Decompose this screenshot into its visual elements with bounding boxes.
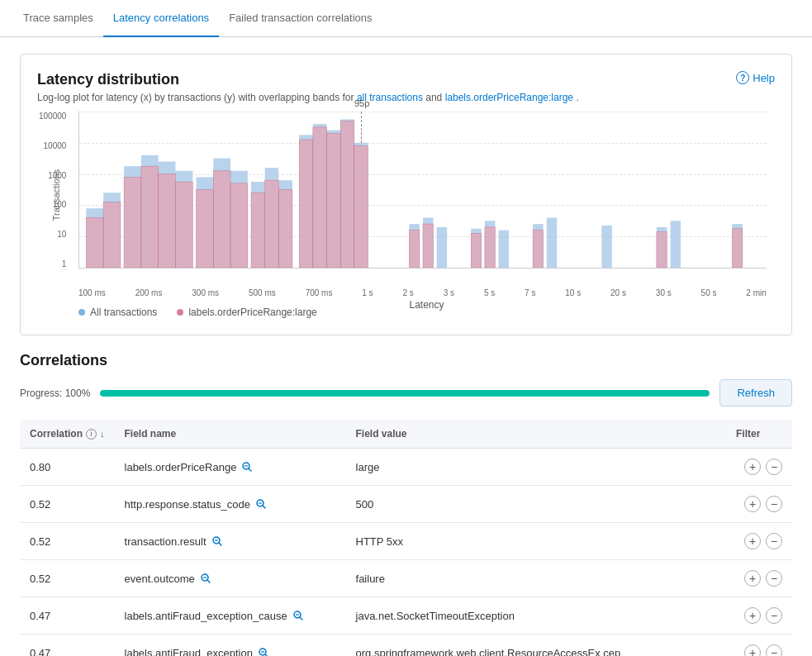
svg-rect-44 xyxy=(340,121,354,268)
tab-failed-transaction-correlations[interactable]: Failed transaction correlations xyxy=(219,0,382,37)
latency-distribution-section: Latency distribution ? Help Log-log plot… xyxy=(20,54,792,335)
svg-rect-33 xyxy=(159,174,176,268)
correlation-value-6: 0.47 xyxy=(20,635,115,657)
help-label: Help xyxy=(753,72,775,84)
y-label-100000: 100000 xyxy=(39,112,66,121)
field-search-icon-3[interactable] xyxy=(211,535,225,548)
field-search-icon-1[interactable] xyxy=(241,460,254,473)
x-label-50s: 50 s xyxy=(701,288,717,297)
correlation-value-1: 0.80 xyxy=(20,449,115,486)
table-row: 0.52 http.response.status_code xyxy=(20,486,792,523)
th-correlation: Correlation i ↓ xyxy=(20,420,115,449)
table-row: 0.52 transaction.result xyxy=(20,523,792,560)
field-value-3: HTTP 5xx xyxy=(346,523,726,560)
refresh-button[interactable]: Refresh xyxy=(719,379,792,406)
svg-rect-35 xyxy=(196,190,213,269)
correlation-info-icon[interactable]: i xyxy=(86,429,97,440)
svg-rect-30 xyxy=(103,202,121,268)
tabs-bar: Trace samples Latency correlations Faile… xyxy=(0,0,812,37)
field-value-4: failure xyxy=(346,560,726,597)
chart-container: 100000 10000 1000 100 10 1 Transactions xyxy=(37,112,775,293)
field-name-1: labels.orderPriceRange xyxy=(115,449,346,486)
correlation-value-2: 0.52 xyxy=(20,486,115,523)
filter-cell-4: + − xyxy=(726,560,792,597)
table-row: 0.52 event.outcome xyxy=(20,560,792,597)
x-label-200ms: 200 ms xyxy=(135,288,163,297)
tab-latency-correlations[interactable]: Latency correlations xyxy=(103,0,219,37)
help-link[interactable]: ? Help xyxy=(736,71,775,84)
svg-rect-40 xyxy=(278,190,292,269)
y-label-1: 1 xyxy=(62,259,67,269)
filter-cell-3: + − xyxy=(726,523,792,560)
section-title: Latency distribution xyxy=(37,71,179,88)
sort-icon[interactable]: ↓ xyxy=(100,429,105,439)
correlation-value-3: 0.52 xyxy=(20,523,115,560)
th-field-name: Field name xyxy=(115,420,346,449)
correlation-value-4: 0.52 xyxy=(20,560,115,597)
filter-cell-5: + − xyxy=(726,597,792,635)
svg-rect-38 xyxy=(251,193,265,268)
field-search-icon-6[interactable] xyxy=(258,646,271,656)
svg-rect-22 xyxy=(499,231,509,268)
y-axis-title: Transactions xyxy=(51,169,61,221)
correlations-section: Correlations Progress: 100% Refresh Corr… xyxy=(20,352,792,656)
table-header-row: Correlation i ↓ Field name Field value F… xyxy=(20,420,792,449)
svg-rect-43 xyxy=(327,133,341,268)
filter-remove-btn-2[interactable]: − xyxy=(766,496,782,512)
filter-add-btn-3[interactable]: + xyxy=(744,533,761,549)
section-header: Latency distribution ? Help xyxy=(37,71,775,88)
progress-bar-container xyxy=(100,390,710,397)
field-name-6: labels.antiFraud_exception xyxy=(115,635,346,657)
filter-add-btn-6[interactable]: + xyxy=(744,644,761,656)
histogram-svg xyxy=(79,112,767,268)
table-row: 0.47 labels.antiFraud_exception xyxy=(20,635,792,657)
th-filter: Filter xyxy=(726,420,792,449)
x-label-7s: 7 s xyxy=(525,288,535,297)
field-search-icon-2[interactable] xyxy=(255,497,268,511)
filter-remove-btn-1[interactable]: − xyxy=(766,459,782,475)
filter-remove-btn-6[interactable]: − xyxy=(766,644,782,656)
svg-rect-19 xyxy=(437,227,447,268)
svg-rect-37 xyxy=(230,183,248,268)
field-name-5: labels.antiFraud_exception_cause xyxy=(115,597,346,635)
field-search-icon-5[interactable] xyxy=(292,609,306,622)
svg-rect-36 xyxy=(213,171,230,268)
filter-add-btn-5[interactable]: + xyxy=(744,607,761,624)
tab-trace-samples[interactable]: Trace samples xyxy=(13,0,103,37)
filter-cell-1: + − xyxy=(726,449,792,486)
chart-area: 95p xyxy=(78,112,767,269)
svg-rect-51 xyxy=(657,232,667,268)
svg-rect-52 xyxy=(732,229,742,268)
svg-rect-42 xyxy=(313,127,327,268)
x-axis-title: Latency xyxy=(78,299,775,311)
x-label-5s: 5 s xyxy=(484,288,495,297)
y-label-10: 10 xyxy=(57,230,66,239)
field-value-6: org.springframework.web.client.ResourceA… xyxy=(346,635,726,657)
x-label-20s: 20 s xyxy=(610,288,626,297)
chart-subtitle: Log-log plot for latency (x) by transact… xyxy=(37,92,775,103)
x-label-2s: 2 s xyxy=(402,288,413,297)
svg-rect-29 xyxy=(86,218,103,268)
filter-add-btn-1[interactable]: + xyxy=(744,459,761,475)
filter-add-btn-2[interactable]: + xyxy=(744,496,761,512)
svg-rect-45 xyxy=(354,146,368,268)
x-label-300ms: 300 ms xyxy=(192,288,219,297)
svg-rect-46 xyxy=(409,231,419,268)
main-container: Trace samples Latency correlations Faile… xyxy=(0,0,812,656)
svg-rect-31 xyxy=(124,177,141,268)
filter-remove-btn-5[interactable]: − xyxy=(766,607,782,624)
filter-remove-btn-4[interactable]: − xyxy=(766,570,782,587)
label-link[interactable]: labels.orderPriceRange:large xyxy=(445,92,573,103)
x-axis-labels: 100 ms 200 ms 300 ms 500 ms 700 ms 1 s 2… xyxy=(78,285,767,297)
filter-remove-btn-3[interactable]: − xyxy=(766,533,782,549)
svg-rect-47 xyxy=(423,224,433,268)
filter-add-btn-4[interactable]: + xyxy=(744,570,761,587)
field-name-2: http.response.status_code xyxy=(115,486,346,523)
x-label-500ms: 500 ms xyxy=(249,288,276,297)
svg-rect-25 xyxy=(601,226,611,268)
x-label-1s: 1 s xyxy=(362,288,373,297)
filter-cell-2: + − xyxy=(726,486,792,523)
field-value-1: large xyxy=(346,449,726,486)
field-search-icon-4[interactable] xyxy=(200,572,213,585)
x-label-100ms: 100 ms xyxy=(78,288,106,297)
